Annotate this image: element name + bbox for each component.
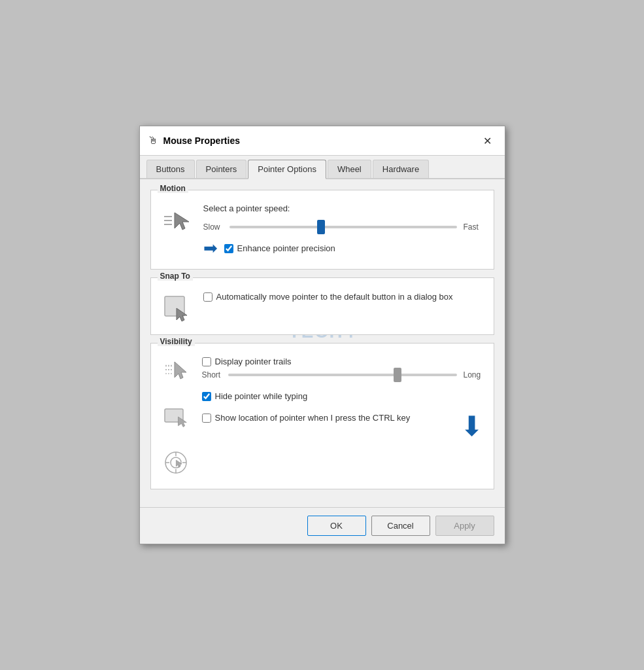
content-wrapper: TECH4 GAMERS Motion (140, 179, 505, 507)
ok-button[interactable]: OK (307, 516, 366, 536)
hide-typing-checkbox[interactable] (202, 392, 211, 401)
tab-buttons[interactable]: Buttons (146, 160, 195, 178)
enhance-precision-label[interactable]: Enhance pointer precision (237, 243, 335, 253)
motion-inner: Select a pointer speed: Slow Fast ➡ Enha… (161, 203, 483, 258)
show-location-label[interactable]: Show location of pointer when I press th… (215, 413, 411, 423)
show-location-group: Show location of pointer when I press th… (202, 413, 483, 440)
trails-label[interactable]: Display pointer trails (215, 357, 292, 366)
speed-slider-wrap[interactable]: Slow Fast (203, 222, 483, 232)
cursor-speed-icon (163, 206, 192, 235)
trails-group: Display pointer trails Short Long (202, 357, 483, 379)
snap-to-inner: Automatically move pointer to the defaul… (161, 291, 483, 324)
motion-controls: Select a pointer speed: Slow Fast ➡ Enha… (203, 203, 483, 258)
visibility-controls: Display pointer trails Short Long Hide (202, 357, 483, 440)
visibility-icons (161, 357, 192, 478)
tab-wheel[interactable]: Wheel (328, 160, 371, 178)
snap-to-label[interactable]: Automatically move pointer to the defaul… (216, 291, 453, 303)
hide-typing-row: Hide pointer while typing (202, 391, 483, 401)
tab-pointer-options[interactable]: Pointer Options (248, 160, 326, 179)
arrow-right-icon: ➡ (203, 238, 218, 258)
content-area: Motion Select a pointer speed: (140, 179, 505, 507)
title-bar: 🖱 Mouse Properties ✕ (140, 126, 505, 156)
close-button[interactable]: ✕ (479, 132, 497, 150)
short-label: Short (202, 370, 222, 379)
footer: OK Cancel Apply (140, 507, 505, 544)
show-location-row: Show location of pointer when I press th… (202, 413, 411, 423)
snap-to-section: Snap To Automatically move pointer to th… (150, 277, 494, 335)
location-icon (161, 448, 192, 478)
snap-to-title: Snap To (158, 272, 193, 281)
speed-label: Select a pointer speed: (203, 203, 483, 213)
svg-marker-9 (175, 362, 186, 379)
trails-slider-wrap[interactable]: Short Long (202, 370, 483, 379)
slow-label: Slow (203, 222, 223, 232)
visibility-title: Visibility (158, 337, 195, 346)
title-bar-left: 🖱 Mouse Properties (148, 135, 240, 147)
trails-slider[interactable] (228, 374, 457, 376)
trails-checkbox[interactable] (202, 357, 211, 366)
mouse-properties-dialog: 🖱 Mouse Properties ✕ Buttons Pointers Po… (139, 126, 505, 544)
tab-bar: Buttons Pointers Pointer Options Wheel H… (140, 156, 505, 179)
snap-to-controls: Automatically move pointer to the defaul… (203, 291, 483, 303)
snap-cursor-icon (162, 294, 192, 324)
long-label: Long (464, 370, 483, 379)
trails-checkbox-row: Display pointer trails (202, 357, 483, 366)
cancel-button[interactable]: Cancel (371, 516, 430, 536)
snap-to-checkbox[interactable] (203, 292, 212, 302)
fast-label: Fast (464, 222, 483, 232)
dialog-title: Mouse Properties (163, 135, 240, 146)
tab-hardware[interactable]: Hardware (373, 160, 429, 178)
hide-typing-icon (161, 402, 192, 432)
show-location-checkbox[interactable] (202, 414, 211, 423)
tab-pointers[interactable]: Pointers (196, 160, 247, 178)
arrow-down-icon: ⬇ (460, 413, 483, 440)
snap-to-icon (161, 294, 193, 324)
trails-icon (161, 357, 192, 387)
enhance-precision-checkbox[interactable] (224, 244, 233, 253)
motion-title: Motion (158, 184, 188, 193)
enhance-precision-row: ➡ Enhance pointer precision (203, 238, 483, 258)
motion-icon (161, 206, 193, 235)
visibility-inner: Display pointer trails Short Long Hide (161, 357, 483, 478)
auto-move-row: Automatically move pointer to the defaul… (203, 291, 483, 303)
motion-section: Motion Select a pointer speed: (150, 190, 494, 270)
apply-button[interactable]: Apply (435, 516, 494, 536)
visibility-section: Visibility (150, 343, 494, 489)
svg-marker-3 (175, 213, 189, 230)
hide-typing-label[interactable]: Hide pointer while typing (215, 391, 308, 401)
speed-slider[interactable] (229, 226, 457, 228)
mouse-icon: 🖱 (148, 135, 158, 147)
